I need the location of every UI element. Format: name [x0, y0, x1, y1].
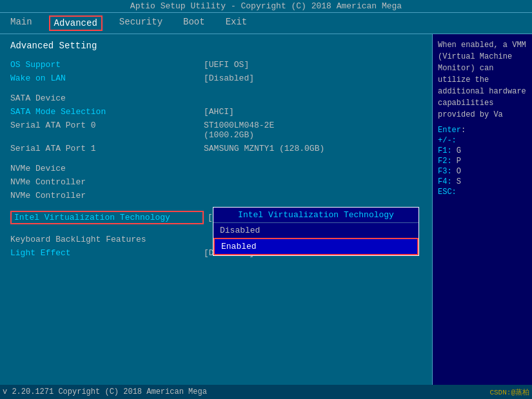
label-sata-port1: Serial ATA Port 1	[10, 144, 204, 153]
key-f2: F2: P	[438, 157, 527, 166]
key-f4: F4: S	[438, 177, 527, 186]
dropdown-option-enabled[interactable]: Enabled	[213, 238, 419, 255]
label-nvme-device: NVMe Device	[10, 164, 204, 173]
dropdown-title: Intel Virtualization Technology	[213, 208, 419, 223]
help-text: When enabled, a VMM (Virtual Machine Mon…	[438, 39, 527, 121]
menu-item-security[interactable]: Security	[115, 15, 166, 31]
main-layout: Advanced Setting OS Support [UEFI OS] Wa…	[0, 34, 532, 394]
setting-row-sata-port0: Serial ATA Port 0 ST1000LM048-2E (1000.2…	[10, 121, 422, 140]
title-text: Aptio Setup Utility - Copyright (C) 2018…	[130, 1, 402, 11]
setting-row-nvme-controller1: NVMe Controller	[10, 177, 422, 187]
section-title: Advanced Setting	[10, 41, 422, 51]
right-panel: When enabled, a VMM (Virtual Machine Mon…	[432, 34, 532, 394]
bottom-bar: v 2.20.1271 Copyright (C) 2018 American …	[0, 385, 532, 399]
label-sata-port0: Serial ATA Port 0	[10, 121, 204, 130]
setting-row-os-support: OS Support [UEFI OS]	[10, 60, 422, 70]
key-help: Enter: +/-: F1: G F2: P F3: O F4: S ESC:	[438, 126, 527, 197]
setting-row-wake-on-lan: Wake on LAN [Disabled]	[10, 73, 422, 83]
setting-row-nvme-device: NVMe Device	[10, 164, 422, 173]
dropdown-option-disabled[interactable]: Disabled	[213, 223, 419, 238]
dropdown-popup: Intel Virtualization Technology Disabled…	[213, 207, 419, 256]
key-esc: ESC:	[438, 188, 527, 197]
key-f1: F1: G	[438, 146, 527, 155]
label-wake-on-lan: Wake on LAN	[10, 73, 204, 83]
title-bar: Aptio Setup Utility - Copyright (C) 2018…	[0, 0, 532, 13]
left-panel: Advanced Setting OS Support [UEFI OS] Wa…	[0, 34, 432, 394]
label-virt[interactable]: Intel Virtualization Technology	[10, 211, 204, 224]
value-sata-port0: ST1000LM048-2E (1000.2GB)	[204, 121, 274, 140]
key-enter: Enter:	[438, 126, 527, 135]
label-sata-device: SATA Device	[10, 93, 204, 103]
value-sata-mode: [AHCI]	[204, 107, 234, 117]
setting-row-nvme-controller2: NVMe Controller	[10, 191, 422, 200]
menu-bar: Main Advanced Security Boot Exit	[0, 13, 532, 34]
label-light-effect[interactable]: Light Effect	[10, 248, 204, 258]
menu-item-boot[interactable]: Boot	[179, 15, 209, 31]
bottom-left-text: v 2.20.1271 Copyright (C) 2018 American …	[3, 387, 207, 396]
menu-item-exit[interactable]: Exit	[222, 15, 251, 31]
setting-row-sata-device: SATA Device	[10, 93, 422, 103]
setting-row-sata-port1: Serial ATA Port 1 SAMSUNG MZNTY1 (128.0G…	[10, 144, 422, 153]
label-os-support: OS Support	[10, 60, 204, 70]
csdn-watermark: CSDN:@蒸柏	[489, 387, 529, 397]
label-nvme-controller2: NVMe Controller	[10, 191, 204, 200]
value-os-support: [UEFI OS]	[204, 60, 249, 70]
key-plusminus: +/-:	[438, 136, 527, 145]
label-nvme-controller1: NVMe Controller	[10, 177, 204, 187]
label-sata-mode[interactable]: SATA Mode Selection	[10, 107, 204, 117]
menu-item-main[interactable]: Main	[6, 15, 36, 31]
value-sata-port1: SAMSUNG MZNTY1 (128.0GB)	[204, 144, 324, 153]
menu-item-advanced[interactable]: Advanced	[49, 15, 103, 31]
setting-row-sata-mode: SATA Mode Selection [AHCI]	[10, 107, 422, 117]
key-f3: F3: O	[438, 167, 527, 176]
label-backlight: Keyboard BackLight Features	[10, 235, 204, 244]
value-wake-on-lan: [Disabled]	[204, 73, 254, 83]
